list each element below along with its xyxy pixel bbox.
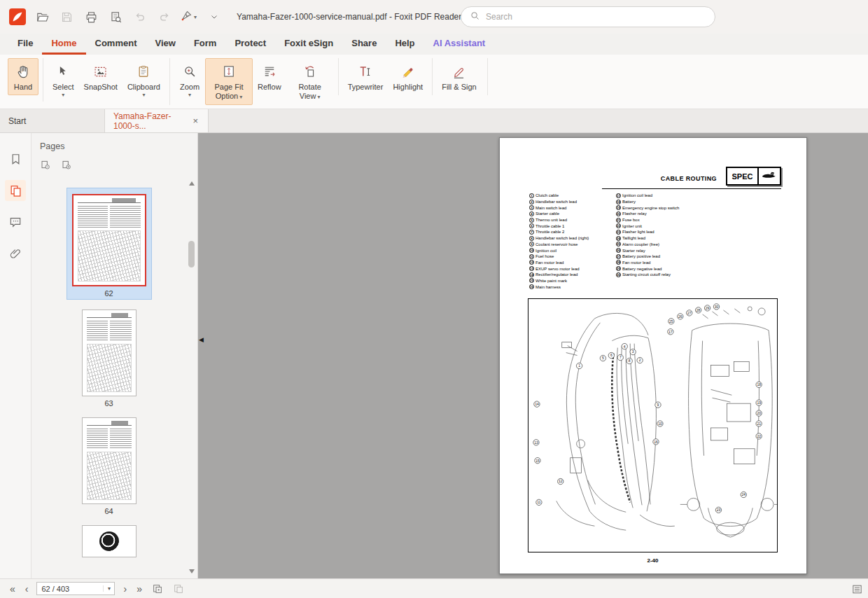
titlebar: ▾ Yamaha-Fazer-1000-service-manual.pdf -… bbox=[0, 0, 868, 34]
page-dropdown-caret-icon[interactable]: ▾ bbox=[103, 585, 114, 592]
scroll-down-icon[interactable] bbox=[189, 569, 195, 573]
enlarge-thumbnails-icon[interactable] bbox=[59, 158, 74, 172]
last-page-button[interactable]: » bbox=[135, 584, 144, 594]
menu-tab-ai-assistant[interactable]: AI Assistant bbox=[424, 34, 495, 55]
tab-start-label: Start bbox=[8, 116, 26, 126]
dropdown-caret-icon: ▾ bbox=[188, 92, 191, 98]
legend-text: Fuel hose bbox=[536, 254, 554, 258]
ribbon-tool-fillsign[interactable]: Fill & Sign bbox=[437, 58, 482, 95]
legend-number: 16 bbox=[529, 284, 534, 289]
close-icon[interactable]: × bbox=[191, 116, 200, 126]
pdf-page: CABLE ROUTING SPEC 1Clutch cable2Handleb… bbox=[499, 137, 807, 574]
redo-icon[interactable] bbox=[155, 8, 174, 26]
attachments-panel-icon[interactable] bbox=[5, 243, 26, 264]
menu-tab-view[interactable]: View bbox=[146, 34, 184, 55]
comments-panel-icon[interactable] bbox=[5, 211, 26, 232]
menu-tab-form[interactable]: Form bbox=[185, 34, 226, 55]
legend-item: 13EXUP servo motor lead bbox=[529, 265, 589, 272]
undo-icon[interactable] bbox=[131, 8, 149, 26]
first-page-button[interactable]: « bbox=[8, 584, 17, 594]
page-thumbnail[interactable]: 64 bbox=[82, 417, 136, 515]
dropdown-caret-icon[interactable]: ▾ bbox=[194, 14, 197, 20]
ink-pen-icon bbox=[180, 9, 193, 25]
menu-tab-foxit-esign[interactable]: Foxit eSign bbox=[275, 34, 342, 55]
legend-item: 7Throttle cable 2 bbox=[529, 229, 589, 235]
rotate-icon bbox=[303, 63, 317, 80]
thumbnail-scrollbar[interactable] bbox=[187, 179, 196, 576]
ribbon-tool-clipboard[interactable]: Clipboard▾ bbox=[122, 58, 165, 102]
svg-text:23: 23 bbox=[717, 508, 721, 512]
dropdown-caret-icon: ▾ bbox=[62, 92, 64, 98]
svg-text:6: 6 bbox=[610, 354, 612, 357]
svg-text:7: 7 bbox=[620, 356, 622, 359]
tab-start[interactable]: Start bbox=[0, 109, 105, 132]
svg-text:30: 30 bbox=[715, 305, 719, 309]
page-thumbnail[interactable]: 62 bbox=[66, 188, 152, 300]
ribbon-tool-label: Zoom bbox=[180, 83, 200, 92]
foxit-logo-icon[interactable] bbox=[8, 8, 27, 26]
legend-item: 22Igniter unit bbox=[616, 223, 679, 229]
legend-item: 9Coolant reservoir hose bbox=[529, 242, 589, 248]
legend-item: 23Flasher light lead bbox=[616, 229, 679, 235]
prev-page-button[interactable]: ‹ bbox=[24, 584, 30, 594]
bookmarks-panel-icon[interactable] bbox=[5, 148, 26, 169]
search-input[interactable] bbox=[486, 12, 706, 22]
legend-text: Main harness bbox=[536, 285, 561, 289]
menu-tab-protect[interactable]: Protect bbox=[225, 34, 275, 55]
thumbnail-image bbox=[82, 310, 136, 396]
ribbon-tool-select[interactable]: Select▾ bbox=[48, 58, 79, 102]
ribbon-tool-pagefit[interactable]: Page Fit Option▾ bbox=[205, 58, 253, 105]
menu-tab-file[interactable]: File bbox=[8, 34, 42, 55]
diagram-callouts: 4325678114131512119101625262728293017181… bbox=[533, 304, 762, 513]
ribbon-tool-reflow[interactable]: Reflow bbox=[253, 58, 286, 95]
menu-tab-share[interactable]: Share bbox=[342, 34, 386, 55]
ribbon-tool-hand[interactable]: Hand bbox=[8, 58, 38, 95]
reduce-thumbnails-icon[interactable] bbox=[38, 158, 52, 172]
legend-number: 14 bbox=[529, 272, 534, 277]
fit-page-icon[interactable] bbox=[150, 582, 164, 596]
ribbon-tool-label: Hand bbox=[14, 83, 32, 92]
svg-text:27: 27 bbox=[687, 312, 692, 315]
tab-document[interactable]: Yamaha-Fazer-1000-s... × bbox=[105, 109, 209, 132]
scrollbar-thumb[interactable] bbox=[188, 241, 195, 267]
page-thumbnail[interactable] bbox=[82, 525, 136, 557]
ribbon-tool-rotate[interactable]: Rotate View▾ bbox=[286, 58, 334, 105]
print-preview-icon[interactable] bbox=[106, 8, 125, 26]
page-thumbnail[interactable]: 63 bbox=[82, 310, 136, 408]
ink-tool-button[interactable]: ▾ bbox=[180, 9, 201, 25]
svg-text:2: 2 bbox=[639, 359, 641, 362]
next-page-button[interactable]: › bbox=[122, 584, 128, 594]
ribbon-tool-typewriter[interactable]: Typewriter bbox=[343, 58, 388, 95]
page-number-input[interactable] bbox=[37, 585, 103, 593]
ribbon-tool-highlight[interactable]: Highlight bbox=[388, 58, 428, 95]
svg-text:25: 25 bbox=[669, 320, 673, 324]
print-icon[interactable] bbox=[82, 8, 100, 26]
ribbon-tool-snapshot[interactable]: SnapShot bbox=[79, 58, 122, 95]
menu-tab-help[interactable]: Help bbox=[386, 34, 424, 55]
legend-item: 28Fan motor lead bbox=[616, 260, 679, 266]
legend-text: Ignition coil lead bbox=[622, 193, 652, 197]
scroll-up-icon[interactable] bbox=[189, 181, 195, 186]
menu-tab-comment[interactable]: Comment bbox=[86, 34, 146, 55]
sidebar-collapse-handle[interactable]: ◀ bbox=[199, 336, 204, 343]
legend-item: 4Starter cable bbox=[529, 211, 589, 217]
ribbon-tool-label: Fill & Sign bbox=[442, 83, 477, 92]
menu-tab-home[interactable]: Home bbox=[42, 34, 85, 55]
svg-text:5: 5 bbox=[602, 356, 604, 360]
thumbnail-page-number: 62 bbox=[104, 289, 113, 298]
legend-item: 27Battery positive lead bbox=[616, 253, 679, 260]
toolbar-overflow-icon[interactable] bbox=[205, 8, 223, 26]
save-icon[interactable] bbox=[57, 8, 76, 26]
dropdown-caret-icon: ▾ bbox=[142, 92, 145, 98]
fit-width-icon[interactable] bbox=[172, 582, 186, 596]
page-layout-icon[interactable] bbox=[850, 582, 864, 596]
select-icon bbox=[56, 63, 70, 80]
search-box[interactable] bbox=[461, 6, 715, 27]
open-file-icon[interactable] bbox=[33, 8, 51, 26]
pages-panel-icon[interactable] bbox=[5, 180, 26, 201]
svg-text:1: 1 bbox=[578, 364, 580, 368]
ribbon-tool-zoom[interactable]: Zoom▾ bbox=[174, 58, 205, 102]
legend-text: Starter cable bbox=[536, 211, 559, 216]
snapshot-icon bbox=[93, 63, 108, 80]
cable-routing-diagram: 4325678114131512119101625262728293017181… bbox=[528, 298, 778, 552]
